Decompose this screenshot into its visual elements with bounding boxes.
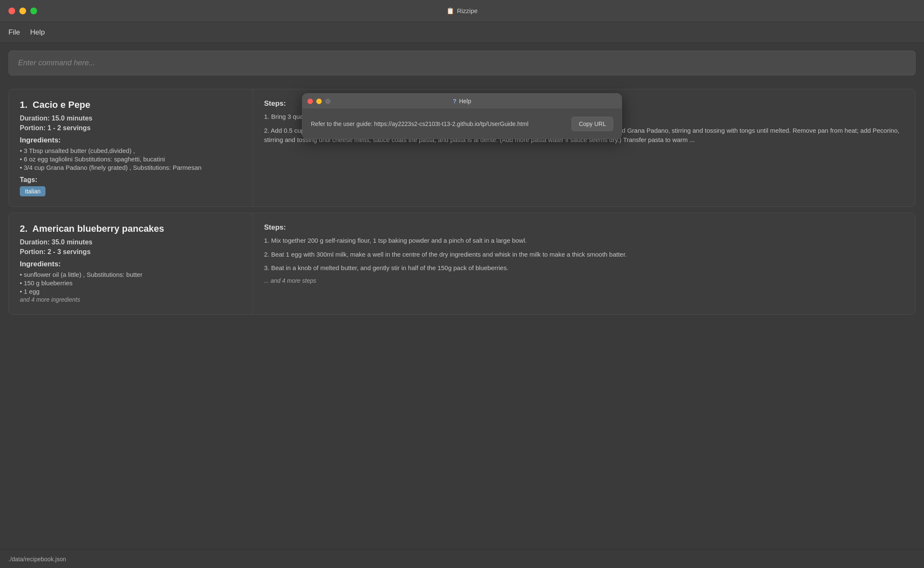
- recipe-1-left: 1. Cacio e Pepe Duration: 15.0 minutes P…: [9, 89, 253, 206]
- recipe-1-ingredient-2: • 3/4 cup Grana Padano (finely grated) ,…: [20, 164, 242, 171]
- recipe-1-tag-italian: Italian: [20, 186, 45, 196]
- recipe-1-ingredients-label: Ingredients:: [20, 136, 242, 145]
- recipe-2-ingredients-label: Ingredients:: [20, 260, 242, 268]
- help-title-label: Help: [459, 98, 471, 104]
- window-title: 📋 Rizzipe: [446, 7, 478, 15]
- recipe-2-ingredient-1: • 150 g blueberries: [20, 279, 242, 287]
- help-url-text: Refer to the user guide: https://ay2223s…: [311, 121, 529, 127]
- recipe-2-right: Steps: 1. Mix together 200 g self-raisin…: [253, 213, 915, 314]
- recipe-2-step-1: 2. Beat 1 egg with 300ml milk, make a we…: [264, 250, 904, 260]
- main-content: ? Help Refer to the user guide: https://…: [0, 89, 924, 323]
- help-dialog-title: ? Help: [453, 98, 471, 104]
- recipe-1-duration: Duration: 15.0 minutes: [20, 115, 242, 122]
- menu-help[interactable]: Help: [30, 28, 45, 37]
- minimize-button[interactable]: [19, 8, 26, 14]
- maximize-button[interactable]: [30, 8, 37, 14]
- recipe-2-duration: Duration: 35.0 minutes: [20, 238, 242, 246]
- recipe-2-step-0: 1. Mix together 200 g self-raising flour…: [264, 236, 904, 246]
- recipe-2-more-steps: ... and 4 more steps: [264, 277, 904, 284]
- recipe-1-ingredient-0: • 3 Tbsp unsalted butter (cubed,divided)…: [20, 147, 242, 154]
- help-maximize-button[interactable]: [325, 99, 331, 104]
- help-dialog-controls: [307, 99, 331, 104]
- recipe-1-tags-label: Tags:: [20, 176, 242, 184]
- recipe-2-step-2: 3. Beat in a knob of melted butter, and …: [264, 263, 904, 273]
- app-icon: 📋: [446, 7, 454, 15]
- recipe-card-2: 2. American blueberry pancakes Duration:…: [8, 213, 916, 315]
- recipe-2-title: 2. American blueberry pancakes: [20, 223, 242, 234]
- help-dialog-body: Refer to the user guide: https://ay2223s…: [302, 109, 622, 139]
- menu-file[interactable]: File: [8, 28, 20, 37]
- recipe-2-left: 2. American blueberry pancakes Duration:…: [9, 213, 253, 314]
- status-file-path: ./data/recipebook.json: [8, 556, 66, 563]
- recipe-2-steps-label: Steps:: [264, 223, 904, 232]
- help-close-button[interactable]: [307, 99, 313, 104]
- window-controls: [8, 8, 37, 14]
- menu-bar: File Help: [0, 22, 924, 43]
- recipe-1-title: 1. Cacio e Pepe: [20, 99, 242, 110]
- recipe-1-ingredient-1: • 6 oz egg tagliolini Substitutions: spa…: [20, 155, 242, 163]
- title-bar: 📋 Rizzipe: [0, 0, 924, 22]
- copy-url-button[interactable]: Copy URL: [571, 117, 613, 131]
- help-dialog: ? Help Refer to the user guide: https://…: [302, 93, 622, 139]
- recipe-2-ingredient-2: • 1 egg: [20, 288, 242, 295]
- app-title: Rizzipe: [457, 7, 478, 14]
- recipe-2-more-ingredients: and 4 more ingredients: [20, 296, 242, 303]
- recipe-2-portion: Portion: 2 - 3 servings: [20, 248, 242, 256]
- help-dialog-titlebar: ? Help: [302, 94, 622, 109]
- status-bar: ./data/recipebook.json: [0, 549, 924, 568]
- recipe-1-tags-section: Tags: Italian: [20, 176, 242, 196]
- command-input[interactable]: [8, 51, 916, 75]
- help-minimize-button[interactable]: [316, 99, 322, 104]
- recipe-1-portion: Portion: 1 - 2 servings: [20, 124, 242, 132]
- help-question-icon: ?: [453, 98, 457, 104]
- recipe-2-ingredient-0: • sunflower oil (a little) , Substitutio…: [20, 271, 242, 278]
- close-button[interactable]: [8, 8, 15, 14]
- command-area: [0, 43, 924, 83]
